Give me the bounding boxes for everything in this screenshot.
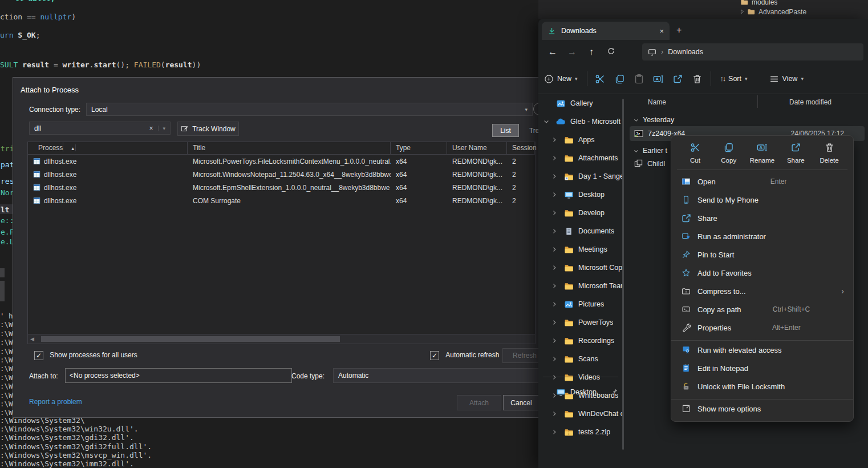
context-menu-command[interactable]: Cut [680, 142, 710, 164]
attach-to-field[interactable]: <No process selected> [65, 368, 292, 383]
sidebar-item[interactable]: Develop [538, 204, 623, 222]
file-list-header[interactable]: Name Date modified [627, 95, 868, 110]
chevron-right-icon[interactable] [551, 136, 559, 143]
sidebar-item[interactable]: Recordings [538, 332, 623, 350]
attach-button[interactable]: Attach [457, 395, 501, 410]
show-all-users-checkbox[interactable]: ✓ Show processes for all users [34, 351, 137, 360]
sidebar-item[interactable]: Pictures [538, 295, 623, 313]
context-menu-command[interactable]: A Rename [748, 142, 777, 164]
breadcrumb[interactable]: Downloads [668, 48, 703, 56]
blank-icon[interactable] [543, 100, 551, 107]
date-modified-column-header[interactable]: Date modified [789, 98, 832, 106]
chevron-right-icon[interactable] [551, 301, 559, 308]
sidebar-item[interactable]: Gallery [538, 94, 623, 112]
paste-button[interactable] [630, 74, 649, 84]
address-bar[interactable]: › Downloads [642, 43, 863, 60]
sidebar-item[interactable]: Meetings [538, 240, 623, 259]
code-type-select[interactable]: Automatic [333, 368, 554, 383]
chevron-right-icon[interactable] [551, 246, 559, 253]
back-icon[interactable]: ← [543, 47, 562, 57]
context-menu-item[interactable]: Share › [671, 209, 853, 227]
chevron-right-icon[interactable] [551, 356, 559, 362]
solution-tree-item[interactable]: AdvancedPaste [538, 7, 868, 17]
horizontal-scrollbar[interactable]: ◀ [27, 334, 536, 344]
context-menu-item[interactable]: Add to Favorites › [671, 264, 853, 282]
context-menu-command[interactable]: Share [781, 142, 810, 164]
sidebar-item[interactable]: Microsoft Cop [538, 259, 623, 277]
chevron-right-icon[interactable] [551, 228, 559, 235]
sidebar-item[interactable]: Documents [538, 222, 623, 240]
group-yesterday[interactable]: Yesterday [633, 116, 674, 124]
sidebar-item-desktop-pinned[interactable]: Desktop [538, 383, 623, 401]
chevron-right-icon[interactable] [551, 155, 559, 162]
context-menu-item[interactable]: Open Enter › [671, 172, 853, 191]
context-menu-item[interactable]: Unlock with File Locksmith › [671, 377, 853, 396]
sidebar-scrollbar[interactable] [622, 99, 624, 450]
sidebar-item[interactable]: Gleb - Microsoft [538, 112, 623, 131]
process-table-row[interactable]: dllhost.exe Microsoft.WindowsNotepad_11.… [28, 168, 535, 181]
clear-filter-icon[interactable]: × [149, 124, 153, 132]
view-button[interactable]: View ▾ [764, 74, 809, 84]
chevron-right-icon[interactable] [551, 191, 559, 198]
chevron-right-icon[interactable] [551, 173, 559, 180]
context-menu-item[interactable]: Run as administrator › [671, 227, 853, 245]
column-separator[interactable] [757, 95, 758, 108]
context-menu-item[interactable]: Show more options › [671, 399, 853, 418]
sidebar-item[interactable]: tests 2.zip [538, 423, 623, 441]
process-filter-input[interactable]: dll × ▾ [29, 122, 171, 135]
sidebar-item[interactable]: WinDevChat c [538, 405, 623, 423]
chevron-right-icon[interactable] [551, 283, 559, 289]
checkbox-checked-icon[interactable]: ✓ [34, 351, 43, 360]
context-menu-item[interactable]: Copy as path Ctrl+Shift+C › [671, 300, 853, 318]
list-view-button[interactable]: List [492, 124, 519, 137]
cut-button[interactable] [591, 74, 610, 84]
process-table-row[interactable]: dllhost.exe COM Surrogate x64 REDMOND\gk… [28, 194, 535, 207]
context-menu-item[interactable]: Pin to Start › [671, 245, 853, 264]
sidebar-item[interactable]: PowerToys [538, 313, 623, 332]
process-table-header[interactable]: Process ▲TitleTypeUser NameSession [28, 142, 535, 155]
rename-button[interactable]: A [649, 74, 668, 84]
cancel-button[interactable]: Cancel [503, 395, 540, 410]
auto-refresh-checkbox[interactable]: ✓ Automatic refresh [430, 351, 499, 360]
refresh-icon[interactable] [601, 47, 620, 58]
process-table-row[interactable]: dllhost.exe Microsoft.EpmShellExtension_… [28, 181, 535, 194]
share-button[interactable] [668, 74, 688, 84]
new-button[interactable]: New ▾ [538, 74, 583, 84]
context-menu-item[interactable]: Edit in Notepad › [671, 359, 853, 377]
sidebar-item[interactable]: Day 1 - Sangee [538, 167, 623, 185]
chevron-right-icon[interactable] [551, 319, 559, 326]
context-menu-command[interactable]: Copy [714, 142, 744, 164]
delete-button[interactable] [688, 74, 707, 84]
context-menu-command[interactable]: Delete [814, 142, 844, 164]
context-menu-item[interactable]: Properties Alt+Enter › [671, 318, 853, 337]
up-icon[interactable]: ↑ [582, 47, 601, 57]
track-window-button[interactable]: Track Window [177, 122, 239, 136]
close-tab-icon[interactable]: × [659, 27, 664, 35]
scrollbar-thumb[interactable] [41, 336, 340, 342]
chevron-right-icon[interactable] [551, 429, 559, 435]
copy-button[interactable] [610, 74, 630, 84]
filter-dropdown-icon[interactable]: ▾ [158, 126, 165, 131]
chevron-down-icon[interactable] [543, 118, 551, 125]
context-menu-item[interactable]: Run with elevated access › [671, 340, 853, 359]
report-problem-link[interactable]: Report a problem [29, 398, 82, 406]
chevron-right-icon[interactable] [551, 337, 559, 344]
new-tab-button[interactable]: + [676, 25, 682, 35]
chevron-right-icon[interactable] [551, 410, 559, 417]
name-column-header[interactable]: Name [648, 98, 666, 106]
sidebar-item[interactable]: Microsoft Tear [538, 277, 623, 295]
sidebar-item[interactable]: Apps [538, 131, 623, 149]
explorer-tab-downloads[interactable]: Downloads × [542, 22, 670, 40]
sidebar-item[interactable]: Desktop [538, 185, 623, 204]
forward-icon[interactable]: → [562, 47, 582, 57]
connection-type-select[interactable]: Local ▾ [86, 103, 533, 116]
process-table-row[interactable]: dllhost.exe Microsoft.PowerToys.FileLock… [28, 155, 535, 168]
checkbox-checked-icon[interactable]: ✓ [430, 351, 439, 360]
context-menu-item[interactable]: Compress to... › [671, 282, 853, 300]
group-earlier[interactable]: Earlier t [633, 147, 667, 155]
chevron-right-icon[interactable] [551, 264, 559, 271]
sort-button[interactable]: ↑↓ Sort ▾ [715, 75, 753, 83]
chevron-right-icon[interactable] [551, 374, 559, 381]
scroll-left-icon[interactable]: ◀ [30, 336, 34, 342]
chevron-right-icon[interactable] [551, 209, 559, 216]
